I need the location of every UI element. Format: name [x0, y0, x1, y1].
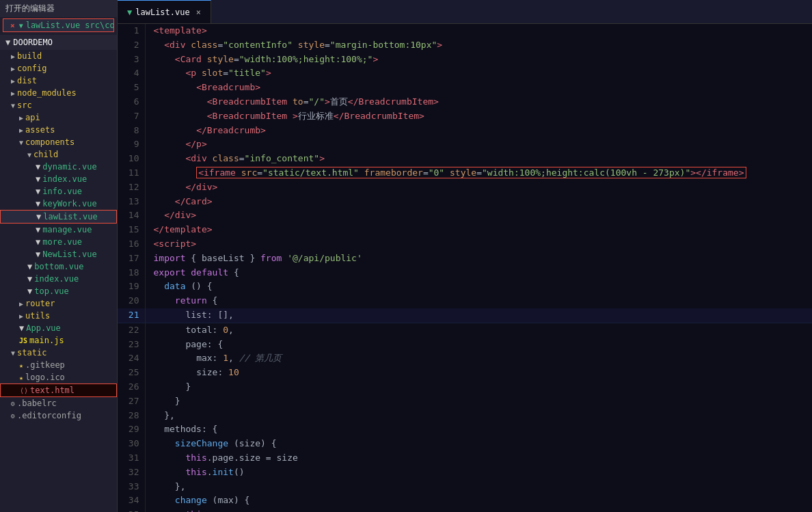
file-app-vue[interactable]: ▼ App.vue [0, 322, 117, 334]
code-line-15: 15 </template> [118, 223, 812, 237]
code-line-8: 8 </Breadcrumb> [118, 124, 812, 138]
file-info-vue[interactable]: ▼ info.vue [0, 185, 117, 198]
file-logo-ico[interactable]: ★ logo.ico [0, 371, 117, 383]
code-line-11: 11 <iframe src="static/text.html" frameb… [118, 166, 812, 180]
code-line-12: 12 </div> [118, 180, 812, 195]
code-line-17: 17 import { baseList } from '@/api/publi… [118, 252, 812, 266]
file-dynamic-vue[interactable]: ▼ dynamic.vue [0, 161, 117, 173]
folder-router[interactable]: ▶ router [0, 297, 117, 310]
file-keywork-vue[interactable]: ▼ keyWork.vue [0, 198, 117, 210]
open-editor-item[interactable]: × ▼ lawList.vue src\co... [3, 18, 114, 32]
file-gitkeep[interactable]: ★ .gitkeep [0, 359, 117, 371]
code-line-35: 35 this.page.max = max [118, 508, 812, 512]
tab-close-icon[interactable]: × [196, 8, 201, 17]
code-line-21: 21 list: [], [118, 308, 812, 323]
code-line-2: 2 <div class="contentInfo" style="margin… [118, 38, 812, 53]
code-editor[interactable]: 1 <template> 2 <div class="contentInfo" … [118, 24, 812, 512]
folder-build[interactable]: ▶ build [0, 50, 117, 62]
folder-assets[interactable]: ▶ assets [0, 124, 117, 136]
folder-config[interactable]: ▶ config [0, 62, 117, 75]
file-bottom-vue[interactable]: ▼ bottom.vue [0, 260, 117, 273]
code-line-16: 16 <script> [118, 237, 812, 252]
code-lines: 1 <template> 2 <div class="contentInfo" … [118, 24, 812, 512]
project-name: DOORDEMO [13, 38, 53, 47]
code-line-26: 26 } [118, 380, 812, 394]
code-line-6: 6 <BreadcrumbItem to="/">首页</BreadcrumbI… [118, 95, 812, 109]
folder-api[interactable]: ▶ api [0, 111, 117, 124]
js-icon: JS [19, 337, 27, 345]
code-line-9: 9 </p> [118, 137, 812, 152]
tab-lawlist-vue[interactable]: ▼ lawList.vue × [118, 0, 211, 23]
project-header: ▼ DOORDEMO [0, 35, 117, 50]
code-line-22: 22 total: 0, [118, 323, 812, 337]
code-line-25: 25 size: 10 [118, 366, 812, 380]
code-line-31: 31 this.page.size = size [118, 451, 812, 466]
file-index-vue-child[interactable]: ▼ index.vue [0, 173, 117, 185]
code-line-19: 19 data () { [118, 280, 812, 294]
code-line-14: 14 </div> [118, 208, 812, 223]
code-line-24: 24 max: 1, // 第几页 [118, 351, 812, 366]
code-line-33: 33 }, [118, 480, 812, 494]
code-line-30: 30 sizeChange (size) { [118, 437, 812, 451]
code-line-5: 5 <Breadcrumb> [118, 81, 812, 95]
folder-src[interactable]: ▼ src [0, 99, 117, 111]
tab-bar: ▼ lawList.vue × [118, 0, 812, 24]
file-editorconfig[interactable]: ⚙ .editorconfig [0, 409, 117, 422]
folder-static[interactable]: ▼ static [0, 347, 117, 359]
file-text-html[interactable]: ⟨⟩ text.html [0, 383, 117, 397]
tab-vue-icon: ▼ [127, 8, 132, 17]
code-line-3: 3 <Card style="width:100%;height:100%;"> [118, 53, 812, 67]
sidebar: 打开的编辑器 × ▼ lawList.vue src\co... ▼ DOORD… [0, 0, 118, 512]
code-line-28: 28 }, [118, 409, 812, 423]
code-line-23: 23 page: { [118, 338, 812, 352]
editor-area: ▼ lawList.vue × 1 <template> 2 <div clas… [118, 0, 812, 512]
folder-child[interactable]: ▼ child [0, 148, 117, 161]
code-line-4: 4 <p slot="title"> [118, 66, 812, 81]
file-main-js[interactable]: JS main.js [0, 334, 117, 347]
code-line-10: 10 <div class="info_content"> [118, 152, 812, 166]
folder-utils[interactable]: ▶ utils [0, 310, 117, 322]
vue-file-icon: ▼ [19, 22, 23, 29]
code-line-7: 7 <BreadcrumbItem >行业标准</BreadcrumbItem> [118, 109, 812, 124]
close-icon[interactable]: × [10, 21, 15, 30]
code-line-13: 13 </Card> [118, 195, 812, 209]
code-line-34: 34 change (max) { [118, 494, 812, 508]
code-line-20: 20 return { [118, 294, 812, 308]
folder-dist[interactable]: ▶ dist [0, 75, 117, 87]
file-top-vue[interactable]: ▼ top.vue [0, 285, 117, 297]
open-editors-header: 打开的编辑器 [0, 0, 117, 17]
file-newlist-vue[interactable]: ▼ NewList.vue [0, 248, 117, 260]
file-index-vue-comp[interactable]: ▼ index.vue [0, 273, 117, 285]
tab-label: lawList.vue [135, 8, 189, 17]
code-line-27: 27 } [118, 394, 812, 409]
code-line-29: 29 methods: { [118, 422, 812, 437]
file-tree: ▶ build ▶ config ▶ dist ▶ node_modules ▼… [0, 50, 117, 422]
file-lawlist-vue[interactable]: ▼ lawList.vue [0, 210, 117, 224]
folder-components[interactable]: ▼ components [0, 136, 117, 148]
file-more-vue[interactable]: ▼ more.vue [0, 236, 117, 248]
open-file-name: lawList.vue src\co... [26, 21, 114, 30]
folder-node-modules[interactable]: ▶ node_modules [0, 87, 117, 99]
code-line-1: 1 <template> [118, 24, 812, 38]
code-line-18: 18 export default { [118, 266, 812, 280]
file-babelrc[interactable]: ⚙ .babelrc [0, 397, 117, 409]
file-manage-vue[interactable]: ▼ manage.vue [0, 224, 117, 236]
code-line-32: 32 this.init() [118, 466, 812, 480]
open-editors-label: 打开的编辑器 [5, 3, 55, 14]
